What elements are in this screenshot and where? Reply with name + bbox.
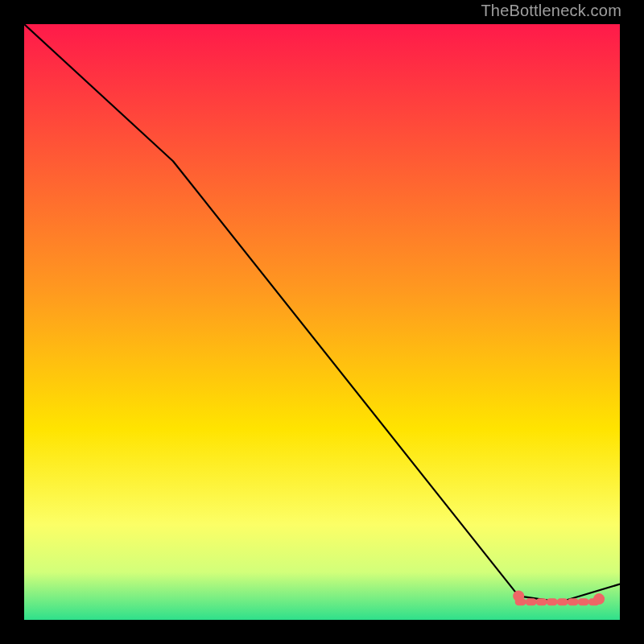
attribution-text: TheBottleneck.com — [481, 2, 621, 20]
marker-start — [513, 590, 524, 601]
chart-background-gradient — [24, 24, 620, 620]
chart-svg — [24, 24, 620, 620]
chart-plot-area — [24, 24, 620, 620]
chart-container: TheBottleneck.com — [0, 0, 644, 644]
marker-end — [593, 593, 605, 605]
